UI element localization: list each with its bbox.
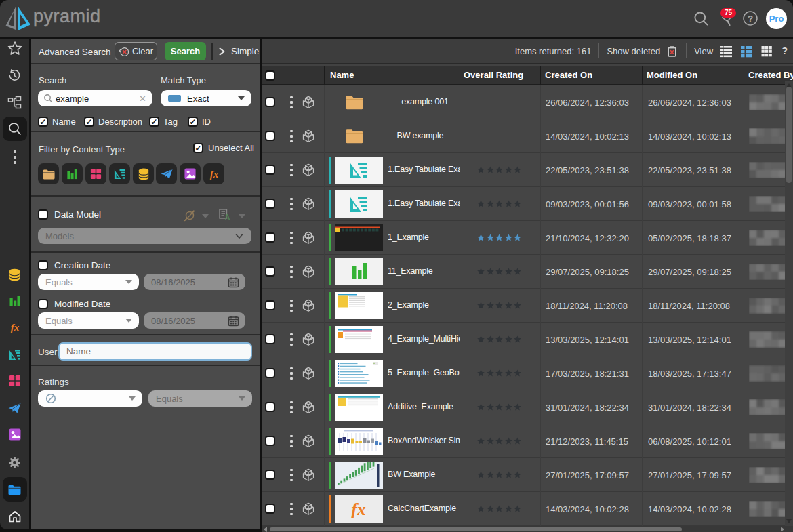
rating-stars[interactable]	[477, 302, 521, 309]
content-type-discover-button[interactable]	[62, 163, 83, 184]
clear-input-icon[interactable]: ✕	[139, 94, 146, 104]
row-checkbox[interactable]	[265, 436, 275, 446]
creation-date-checkbox[interactable]	[38, 260, 48, 270]
rail-item-hierarchy[interactable]	[3, 90, 27, 115]
content-type-publish-button[interactable]	[156, 163, 177, 184]
row-menu-kebab-icon[interactable]	[287, 161, 296, 180]
unselect-all-checkbox[interactable]: ✓	[193, 143, 203, 153]
row-checkbox[interactable]	[265, 165, 275, 175]
rating-stars[interactable]	[477, 369, 521, 377]
view-list-icon[interactable]	[719, 44, 733, 58]
rating-stars[interactable]	[477, 437, 521, 445]
search-button[interactable]: Search	[165, 42, 206, 60]
clear-button[interactable]: Clear	[115, 42, 157, 60]
ratings-value-select[interactable]	[38, 390, 142, 407]
modified-date-checkbox[interactable]	[38, 299, 48, 309]
global-search-icon[interactable]	[693, 10, 710, 27]
row-menu-kebab-icon[interactable]	[287, 93, 296, 112]
rating-stars[interactable]	[477, 335, 521, 343]
item-name[interactable]: ___example 001	[388, 97, 460, 106]
rail-item-more[interactable]	[3, 145, 27, 169]
column-header-modified-on[interactable]: Modified On	[647, 70, 697, 80]
calendar-icon[interactable]	[228, 315, 239, 327]
search-input[interactable]: example ✕	[38, 90, 152, 106]
rail-item-favorites[interactable]	[3, 36, 27, 60]
table-row[interactable]: 11_Example29/07/2025, 09:18:2529/07/2025…	[262, 255, 785, 289]
horizontal-scroll-thumb[interactable]	[270, 527, 682, 531]
table-row[interactable]: 2_Example18/11/2024, 11:20:0818/11/2024,…	[262, 289, 785, 323]
table-row[interactable]: fxCalcChartExample14/03/2024, 10:02:2814…	[262, 492, 785, 526]
row-checkbox[interactable]	[265, 199, 275, 209]
item-name[interactable]: Additive_Example	[388, 402, 460, 411]
item-name[interactable]: BW Example	[388, 470, 460, 479]
rating-stars[interactable]	[477, 505, 521, 512]
ratings-operator-select[interactable]: Equals	[148, 390, 252, 407]
row-menu-kebab-icon[interactable]	[287, 262, 296, 281]
vertical-scrollbar[interactable]	[785, 81, 793, 526]
rail-item-content[interactable]	[3, 477, 27, 502]
rail-item-discover[interactable]	[3, 289, 27, 313]
item-name[interactable]: 1.Easy Tabulate Example	[388, 199, 460, 208]
column-header-name[interactable]: Name	[330, 70, 354, 80]
item-name[interactable]: 4_Example_MultiHierarchy	[388, 334, 460, 344]
checkbox[interactable]: ✓	[188, 117, 198, 127]
caret-down-icon[interactable]	[239, 214, 245, 218]
vertical-scroll-thumb[interactable]	[786, 87, 792, 183]
data-model-cube-icon[interactable]	[301, 400, 316, 415]
unselect-all[interactable]: ✓ Unselect All	[193, 143, 254, 153]
rail-item-tabulate[interactable]	[3, 342, 27, 367]
search-in-tag-checkbox[interactable]: ✓Tag	[149, 117, 178, 127]
view-detail-icon-active[interactable]	[739, 44, 754, 58]
row-checkbox[interactable]	[265, 504, 275, 514]
content-type-present-button[interactable]	[85, 163, 106, 184]
data-model-cube-icon[interactable]	[301, 298, 316, 313]
show-deleted-trash-icon[interactable]	[666, 45, 678, 58]
item-name[interactable]: 11_Example	[388, 266, 460, 276]
row-checkbox[interactable]	[265, 97, 275, 107]
calendar-icon[interactable]	[228, 277, 239, 288]
data-model-cube-icon[interactable]	[301, 366, 316, 381]
table-help-icon[interactable]: ?	[781, 45, 788, 56]
horizontal-scrollbar[interactable]	[262, 526, 793, 532]
avatar[interactable]: Pro	[766, 8, 787, 29]
item-name[interactable]: 1_Example	[388, 232, 460, 242]
table-row[interactable]: 4_Example_MultiHierarchy13/03/2025, 12:1…	[262, 323, 785, 356]
row-checkbox[interactable]	[265, 266, 275, 277]
column-header-overall-rating[interactable]: Overall Rating	[464, 70, 523, 80]
rail-item-model[interactable]	[3, 262, 27, 287]
rating-stars[interactable]	[477, 166, 521, 173]
item-name[interactable]: __BW example	[388, 131, 460, 140]
row-menu-kebab-icon[interactable]	[287, 432, 296, 451]
rail-item-search[interactable]	[3, 117, 27, 141]
simple-toggle[interactable]: Simple	[217, 42, 259, 60]
row-checkbox[interactable]	[265, 470, 275, 480]
content-type-model-button[interactable]	[133, 163, 154, 184]
data-model-cube-icon[interactable]	[301, 468, 316, 483]
row-menu-kebab-icon[interactable]	[287, 466, 296, 485]
checkbox[interactable]: ✓	[84, 117, 94, 127]
item-name[interactable]: CalcChartExample	[388, 504, 460, 513]
content-type-folder-button[interactable]	[38, 163, 59, 184]
scroll-left-arrow[interactable]	[264, 527, 267, 532]
row-menu-kebab-icon[interactable]	[287, 499, 296, 518]
rail-item-present[interactable]	[3, 369, 27, 393]
data-model-cube-icon[interactable]	[301, 197, 316, 211]
rail-item-recent[interactable]	[3, 63, 27, 87]
search-in-id-checkbox[interactable]: ✓ID	[188, 117, 211, 127]
row-checkbox[interactable]	[265, 402, 275, 412]
modified-date-input[interactable]: 08/16/2025	[144, 312, 245, 329]
data-model-cube-icon[interactable]	[301, 230, 316, 245]
row-checkbox[interactable]	[265, 334, 275, 344]
data-model-cube-icon[interactable]	[301, 264, 316, 279]
row-menu-kebab-icon[interactable]	[287, 228, 296, 247]
data-model-cube-icon[interactable]	[301, 332, 316, 347]
rail-item-admin[interactable]	[3, 450, 27, 474]
rail-item-formulate[interactable]: fx	[3, 315, 27, 340]
caret-down-icon[interactable]	[202, 214, 209, 218]
row-checkbox[interactable]	[265, 300, 275, 310]
row-checkbox[interactable]	[265, 368, 275, 378]
modified-date-operator-select[interactable]: Equals	[38, 312, 139, 329]
scroll-down-arrow[interactable]	[786, 519, 792, 523]
creation-date-input[interactable]: 08/16/2025	[144, 274, 245, 290]
user-name-input[interactable]: Name	[58, 342, 252, 361]
